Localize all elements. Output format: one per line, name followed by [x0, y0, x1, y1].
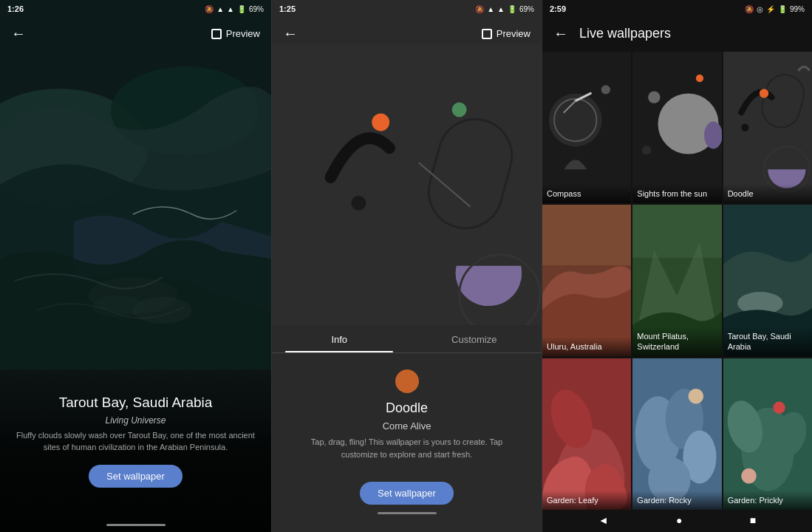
signal-icon-2: ▲: [497, 5, 505, 13]
wifi-icon: ▲: [216, 5, 224, 13]
doodle-svg: [272, 44, 542, 325]
grid-item-uluru[interactable]: Uluru, Australia: [542, 205, 631, 356]
svg-point-8: [372, 114, 389, 132]
svg-point-32: [741, 124, 748, 132]
sights-label: Sights from the sun: [632, 184, 721, 203]
bottom-nav-bar: [0, 524, 271, 526]
grid-item-doodle[interactable]: Doodle: [723, 52, 812, 203]
panel3-header: ← Live wallpapers: [542, 18, 812, 50]
panel1-header: ← Preview: [0, 18, 271, 50]
svg-point-25: [648, 91, 660, 103]
grid-item-compass[interactable]: Compass: [542, 52, 631, 203]
battery-icon-3: 🔋: [778, 5, 787, 13]
notification-icon: 🔕: [205, 5, 214, 13]
doodle-info-content: Doodle Come Alive Tap, drag, fling! This…: [272, 362, 542, 480]
back-button-3[interactable]: ←: [553, 25, 568, 42]
tab-info[interactable]: Info: [272, 325, 407, 352]
wifi-icon-2: ▲: [487, 5, 494, 13]
set-wallpaper-button[interactable]: Set wallpaper: [89, 465, 182, 488]
status-time-2: 1:25: [279, 4, 296, 13]
status-icons-2: 🔕 ▲ ▲ 🔋 69%: [475, 5, 534, 13]
battery-percent-2: 69%: [519, 5, 534, 13]
uluru-label: Uluru, Australia: [542, 337, 631, 356]
target-icon: ◎: [757, 5, 763, 13]
back-button[interactable]: ←: [11, 25, 26, 42]
svg-point-31: [760, 89, 768, 98]
status-time-3: 2:59: [550, 4, 566, 13]
battery-percent: 69%: [249, 5, 264, 13]
preview-checkbox-2: [482, 29, 492, 39]
wallpaper-grid: Compass Sights from the sun: [542, 52, 812, 510]
panel2-bottom: Set wallpaper: [272, 482, 542, 514]
status-icons-3: 🔕 ◎ ⚡ 🔋 99%: [745, 5, 805, 13]
svg-point-47: [689, 389, 704, 404]
doodle-icon: [395, 369, 419, 393]
nav-home[interactable]: ●: [676, 514, 682, 526]
pilatus-label: Mount Pilatus, Switzerland: [632, 327, 721, 357]
panel3-nav: ◄ ● ■: [542, 511, 812, 529]
status-time: 1:26: [7, 4, 24, 13]
set-wallpaper-button-2[interactable]: Set wallpaper: [360, 482, 454, 505]
svg-point-53: [741, 468, 757, 484]
svg-point-52: [773, 401, 785, 413]
svg-point-10: [351, 196, 366, 211]
panel-doodle: 1:25 🔕 ▲ ▲ 🔋 69% ← Preview: [271, 0, 542, 532]
preview-label-2: Preview: [497, 28, 530, 39]
grid-item-pilatus[interactable]: Mount Pilatus, Switzerland: [632, 205, 721, 356]
doodle-description: Tap, drag, fling! This wallpaper is your…: [294, 436, 519, 460]
back-button-2[interactable]: ←: [283, 25, 298, 42]
bolt-icon: ⚡: [766, 5, 775, 13]
grid-item-garden-leafy[interactable]: Garden: Leafy: [542, 358, 631, 510]
battery-icon-2: 🔋: [508, 5, 516, 13]
grid-item-garden-rocky[interactable]: Garden: Rocky: [632, 358, 721, 510]
svg-rect-37: [632, 205, 721, 258]
panel-tarout-bay: 1:26 🔕 ▲ ▲ 🔋 69% ← Preview Tarout Bay, S…: [0, 0, 271, 532]
wallpaper-description: Fluffy clouds slowly wash over Tarout Ba…: [15, 430, 256, 453]
doodle-tabs: Info Customize: [272, 325, 542, 353]
svg-rect-35: [542, 205, 631, 265]
svg-point-9: [452, 103, 467, 117]
grid-item-tarout[interactable]: Tarout Bay, Saudi Arabia: [723, 205, 812, 356]
svg-point-26: [696, 75, 703, 82]
status-bar: 1:26 🔕 ▲ ▲ 🔋 69%: [0, 0, 271, 18]
wallpaper-info: Tarout Bay, Saudi Arabia Living Universe…: [0, 395, 271, 488]
nav-indicator: [106, 524, 166, 526]
grid-item-garden-prickly[interactable]: Garden: Prickly: [723, 358, 812, 510]
garden-rocky-label: Garden: Rocky: [632, 491, 721, 510]
nav-recents[interactable]: ■: [750, 514, 756, 526]
tab-customize[interactable]: Customize: [407, 325, 542, 352]
wallpaper-collection: Living Universe: [15, 415, 256, 426]
svg-point-27: [642, 146, 651, 154]
preview-checkbox: [211, 29, 222, 39]
preview-toggle[interactable]: Preview: [211, 28, 260, 39]
doodle-name: Doodle: [386, 400, 428, 416]
battery-icon: 🔋: [237, 5, 246, 13]
signal-icon: ▲: [227, 5, 234, 13]
nav-indicator-2: [378, 512, 437, 514]
svg-point-21: [601, 85, 610, 94]
doodle-canvas: [272, 44, 542, 325]
notification-icon-3: 🔕: [745, 5, 754, 13]
grid-item-sights[interactable]: Sights from the sun: [632, 52, 721, 203]
garden-prickly-label: Garden: Prickly: [723, 491, 812, 510]
preview-toggle-2[interactable]: Preview: [482, 28, 530, 39]
preview-label: Preview: [226, 28, 260, 39]
doodle-grid-label: Doodle: [723, 184, 812, 203]
tarout-label: Tarout Bay, Saudi Arabia: [723, 327, 812, 357]
compass-label: Compass: [542, 184, 631, 203]
status-bar-2: 1:25 🔕 ▲ ▲ 🔋 69%: [272, 0, 542, 18]
doodle-tagline: Come Alive: [383, 420, 431, 432]
status-bar-3: 2:59 🔕 ◎ ⚡ 🔋 99%: [542, 0, 812, 18]
live-wallpapers-title: Live wallpapers: [579, 26, 671, 41]
notification-icon-2: 🔕: [475, 5, 484, 13]
nav-back[interactable]: ◄: [598, 514, 609, 526]
battery-percent-3: 99%: [790, 5, 805, 13]
garden-leafy-label: Garden: Leafy: [542, 491, 631, 510]
wallpaper-title: Tarout Bay, Saudi Arabia: [15, 395, 256, 411]
panel-live-wallpapers: 2:59 🔕 ◎ ⚡ 🔋 99% ← Live wallpapers: [542, 0, 812, 532]
status-icons: 🔕 ▲ ▲ 🔋 69%: [205, 5, 264, 13]
